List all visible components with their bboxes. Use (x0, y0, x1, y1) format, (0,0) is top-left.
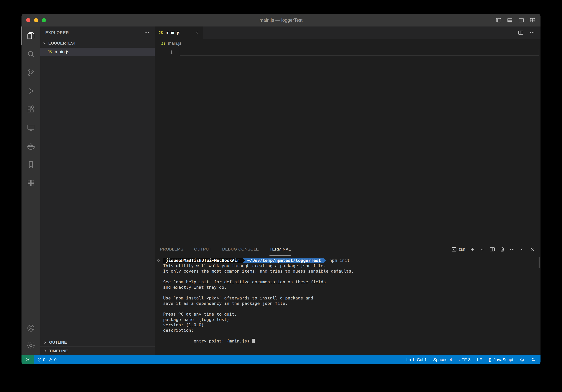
terminal-cursor (252, 339, 255, 343)
panel-tab-terminal[interactable]: TERMINAL (269, 243, 291, 256)
terminal-shell-selector[interactable]: zsh (451, 247, 465, 252)
indentation-status[interactable]: Spaces: 4 (433, 355, 452, 364)
explorer-more-actions-icon[interactable] (144, 30, 150, 36)
workspace-section-header[interactable]: LOGGERTEST (40, 39, 155, 48)
terminal-output-line: Press ^C at any time to quit. (163, 311, 540, 317)
activity-bar-remote-explorer[interactable] (22, 119, 40, 137)
editor-tab-bar: JS main.js (155, 26, 540, 39)
code-editor[interactable]: 1 (155, 48, 540, 243)
breadcrumb: JS main.js (155, 39, 540, 48)
explorer-empty-area (40, 56, 155, 338)
account-icon (26, 324, 35, 333)
js-file-icon: JS (159, 31, 163, 35)
breadcrumb-item[interactable]: main.js (168, 41, 181, 46)
prompt-separator-icon (242, 258, 245, 263)
terminal-output-line: This utility will walk you through creat… (163, 263, 540, 269)
remote-explorer-icon (26, 123, 35, 132)
activity-bar-docker[interactable] (22, 137, 40, 155)
command-decoration-icon[interactable] (157, 259, 160, 262)
settings-button[interactable] (22, 337, 40, 354)
file-name: main.js (55, 49, 69, 55)
source-control-icon (26, 68, 35, 77)
terminal-profile-chevron-down-icon[interactable] (480, 247, 485, 252)
close-tab-icon[interactable] (195, 31, 199, 35)
notifications-bell-icon[interactable] (531, 355, 536, 364)
editor-more-actions-icon[interactable] (529, 30, 535, 36)
activity-bar-explorer[interactable] (22, 26, 40, 45)
chevron-down-icon (42, 41, 47, 46)
feedback-smiley-icon[interactable] (520, 355, 524, 364)
accounts-button[interactable] (22, 320, 40, 337)
workspace-name: LOGGERTEST (48, 41, 76, 46)
tab-label: main.js (166, 30, 180, 35)
panel-more-actions-icon[interactable] (509, 247, 515, 252)
close-window-button[interactable] (26, 18, 30, 22)
split-terminal-icon[interactable] (490, 247, 495, 252)
prompt-user-segment: jisueo@MadfishDTui-MacBookAir (163, 258, 242, 263)
search-icon (26, 50, 35, 59)
error-count: 0 (43, 357, 45, 362)
problems-status[interactable]: 0 0 (34, 355, 59, 364)
cursor-position-status[interactable]: Ln 1, Col 1 (406, 355, 427, 364)
terminal-command: npm init (329, 258, 350, 263)
shell-name: zsh (459, 247, 465, 252)
language-label: JavaScript (493, 357, 513, 362)
activity-bar (22, 26, 40, 355)
current-line-highlight (180, 49, 539, 56)
sidebar-title: EXPLORER (45, 30, 69, 35)
prompt-separator-icon (323, 258, 326, 263)
blocks-icon (26, 179, 35, 188)
close-panel-icon[interactable] (529, 247, 535, 252)
warning-count: 0 (54, 357, 57, 362)
kill-terminal-trash-icon[interactable] (499, 247, 505, 252)
bottom-panel: PROBLEMS OUTPUT DEBUG CONSOLE TERMINAL (155, 243, 540, 355)
remote-icon (25, 357, 30, 362)
toggle-panel-icon[interactable] (507, 17, 513, 23)
minimize-window-button[interactable] (34, 18, 38, 22)
terminal-icon (451, 247, 457, 252)
zoom-window-button[interactable] (42, 18, 46, 22)
bookmark-icon (26, 160, 35, 169)
window-title: main.js — loggerTest (22, 17, 540, 23)
outline-section-header[interactable]: OUTLINE (40, 338, 155, 346)
panel-tab-debug-console[interactable]: DEBUG CONSOLE (222, 243, 259, 256)
customize-layout-icon[interactable] (529, 17, 536, 23)
chevron-right-icon (43, 340, 47, 345)
terminal-output-line: save it as a dependency in the package.j… (163, 301, 540, 306)
chevron-right-icon (43, 348, 47, 353)
encoding-status[interactable]: UTF-8 (458, 355, 470, 364)
language-mode-status[interactable]: {} JavaScript (489, 355, 513, 364)
panel-tab-problems[interactable]: PROBLEMS (160, 243, 184, 256)
maximize-panel-chevron-up-icon[interactable] (519, 247, 525, 252)
terminal-output-line: description: (163, 328, 540, 333)
js-file-icon: JS (47, 50, 52, 54)
terminal-output-line (163, 306, 540, 311)
outline-section-label: OUTLINE (49, 340, 67, 344)
eol-status[interactable]: LF (477, 355, 482, 364)
status-bar: 0 0 Ln 1, Col 1 Spaces: 4 UTF-8 LF {} Ja… (22, 355, 540, 364)
activity-bar-run-debug[interactable] (22, 82, 40, 100)
activity-bar-source-control[interactable] (22, 63, 40, 82)
activity-bar-search[interactable] (22, 45, 40, 63)
tab-main-js[interactable]: JS main.js (155, 26, 203, 39)
terminal-scrollbar-thumb[interactable] (539, 257, 540, 268)
terminal-input-line: entry point: (main.js) (163, 333, 540, 338)
terminal-viewport[interactable]: jisueo@MadfishDTui-MacBookAir ~/Dev/temp… (155, 256, 540, 355)
file-row-main-js[interactable]: JS main.js (40, 48, 155, 56)
timeline-section-header[interactable]: TIMELINE (40, 346, 155, 355)
new-terminal-icon[interactable] (469, 247, 475, 252)
line-number: 1 (155, 49, 173, 56)
terminal-output-line: and exactly what they do. (163, 285, 540, 290)
toggle-secondary-sidebar-icon[interactable] (518, 17, 524, 23)
activity-bar-bookmarks[interactable] (22, 155, 40, 174)
activity-bar-blocks[interactable] (22, 174, 40, 192)
terminal-output-line: It only covers the most common items, an… (163, 269, 540, 274)
toggle-sidebar-icon[interactable] (496, 17, 502, 23)
panel-tab-output[interactable]: OUTPUT (194, 243, 211, 256)
remote-indicator[interactable] (22, 355, 34, 364)
split-editor-icon[interactable] (518, 30, 524, 36)
docker-icon (26, 142, 35, 151)
js-file-icon: JS (161, 41, 166, 46)
activity-bar-extensions[interactable] (22, 100, 40, 119)
vscode-window: main.js — loggerTest (22, 14, 540, 364)
